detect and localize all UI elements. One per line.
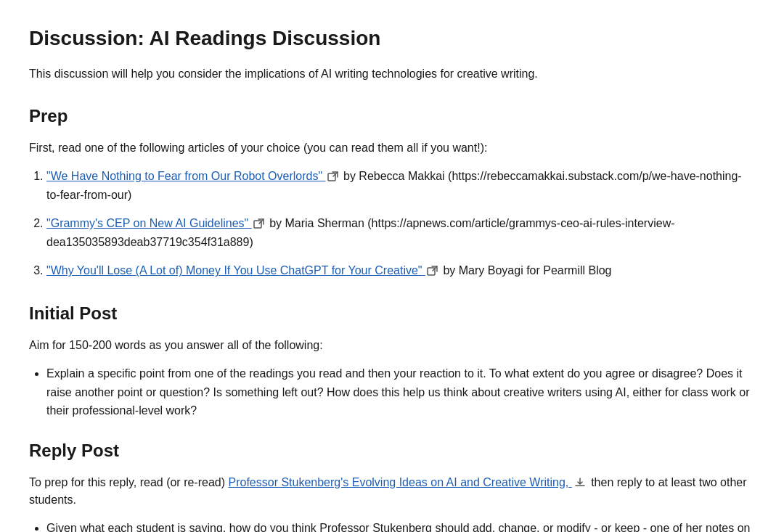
prep-description: First, read one of the following article… xyxy=(29,139,755,157)
page-title: Discussion: AI Readings Discussion xyxy=(29,23,755,54)
list-item: "Why You'll Lose (A Lot of) Money If You… xyxy=(46,261,755,280)
list-item: "Grammy's CEP on New AI Guidelines" by M… xyxy=(46,214,755,251)
reply-post-section: Reply Post To prep for this reply, read … xyxy=(29,438,755,532)
reply-intro: To prep for this reply, read (or re-read… xyxy=(29,474,755,509)
initial-post-section: Initial Post Aim for 150-200 words as yo… xyxy=(29,300,755,420)
list-item: Explain a specific point from one of the… xyxy=(46,364,755,420)
external-link-icon-3 xyxy=(427,265,438,277)
prep-heading: Prep xyxy=(29,103,755,129)
prep-section: Prep First, read one of the following ar… xyxy=(29,103,755,280)
list-item: Given what each student is saying, how d… xyxy=(46,519,755,532)
initial-post-bullets: Explain a specific point from one of the… xyxy=(46,364,755,420)
reply-post-heading: Reply Post xyxy=(29,438,755,464)
reply-post-bullets: Given what each student is saying, how d… xyxy=(46,519,755,532)
list-item: "We Have Nothing to Fear from Our Robot … xyxy=(46,167,755,204)
articles-list: "We Have Nothing to Fear from Our Robot … xyxy=(46,167,755,280)
external-link-icon-2 xyxy=(253,218,265,229)
article-link-3[interactable]: "Why You'll Lose (A Lot of) Money If You… xyxy=(46,264,425,277)
initial-post-heading: Initial Post xyxy=(29,300,755,327)
initial-post-description: Aim for 150-200 words as you answer all … xyxy=(29,337,755,354)
intro-text: This discussion will help you consider t… xyxy=(29,65,755,83)
article-meta-3: by Mary Boyagi for Pearmill Blog xyxy=(443,264,611,277)
external-link-icon-1 xyxy=(327,171,339,182)
article-link-2[interactable]: "Grammy's CEP on New AI Guidelines" xyxy=(46,217,252,229)
reply-link[interactable]: Professor Stukenberg's Evolving Ideas on… xyxy=(228,476,571,488)
download-icon xyxy=(574,477,586,488)
article-link-1[interactable]: "We Have Nothing to Fear from Our Robot … xyxy=(46,170,326,182)
